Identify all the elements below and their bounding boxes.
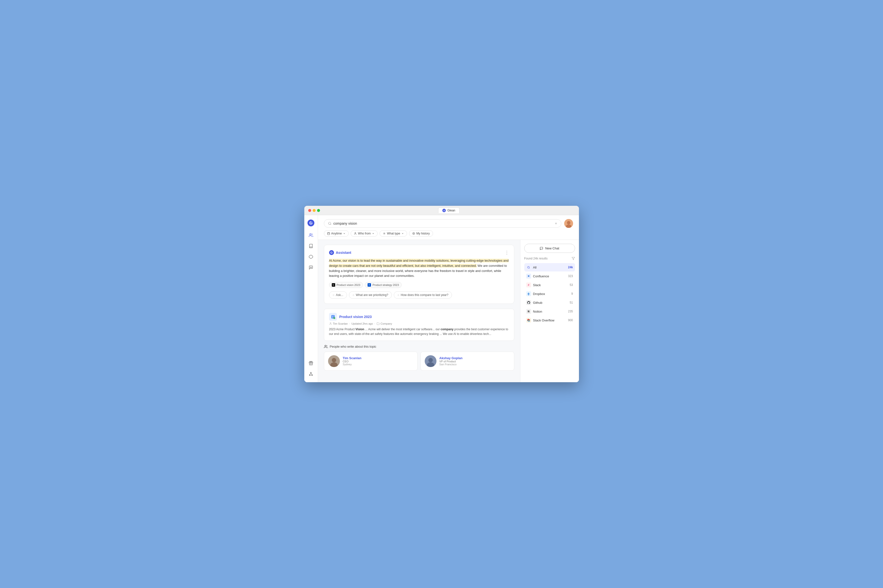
person-role-1: CEO bbox=[343, 360, 361, 363]
facet-dropbox[interactable]: Dropbox 9 bbox=[524, 290, 575, 298]
confluence-icon: ✕ bbox=[367, 283, 371, 286]
svg-point-1 bbox=[310, 234, 311, 235]
facet-slack[interactable]: # Slack 53 bbox=[524, 281, 575, 289]
result-title-row: Product vision 2023 bbox=[329, 313, 509, 321]
maximize-button[interactable] bbox=[317, 209, 320, 212]
search-area: × bbox=[318, 215, 579, 240]
sidebar-item-chat[interactable] bbox=[307, 263, 315, 272]
sidebar-item-network[interactable] bbox=[307, 369, 315, 378]
github-facet-icon bbox=[526, 300, 531, 305]
person-info-1: Tim Scanlan CEO Sydney bbox=[343, 356, 361, 366]
facet-stackoverflow[interactable]: 📚 Stack Overflow 900 bbox=[524, 316, 575, 324]
what-type-filter[interactable]: What type bbox=[380, 230, 407, 237]
facet-github[interactable]: Github 51 bbox=[524, 298, 575, 307]
person-location-2: San Francisco bbox=[439, 363, 463, 366]
close-button[interactable] bbox=[308, 209, 311, 212]
source-pill-1[interactable]: N Product vision 2023 bbox=[329, 282, 363, 288]
result-meta: Tim Scanlan · Updated 2hrs ago · Company bbox=[329, 322, 509, 325]
svg-point-33 bbox=[330, 322, 331, 324]
ask-input-button[interactable]: ○ Ask... bbox=[329, 291, 347, 298]
search-input[interactable] bbox=[334, 222, 553, 225]
app-body: × bbox=[304, 215, 579, 382]
content-split: Assistant ⋮ At Acme, our vision is to le… bbox=[318, 240, 579, 382]
suggestion-2-icon: ○ bbox=[397, 293, 399, 297]
result-doc-icon bbox=[329, 313, 337, 321]
minimize-button[interactable] bbox=[313, 209, 316, 212]
facet-notion-label: Notion bbox=[533, 310, 566, 314]
suggestion-2-button[interactable]: ○ How does this compare to last year? bbox=[394, 291, 452, 298]
facet-all-label: All bbox=[533, 266, 566, 269]
sidebar-item-people[interactable] bbox=[307, 231, 315, 240]
facet-confluence[interactable]: ✕ Confluence 323 bbox=[524, 272, 575, 280]
anytime-label: Anytime bbox=[331, 232, 342, 235]
facet-slack-count: 53 bbox=[570, 283, 573, 286]
search-icon bbox=[328, 222, 331, 225]
filter-icon[interactable] bbox=[572, 257, 575, 260]
person-avatar-1 bbox=[328, 355, 340, 367]
who-from-filter[interactable]: Who from bbox=[350, 230, 378, 237]
svg-point-34 bbox=[325, 345, 326, 346]
tab-title: Glean bbox=[447, 209, 455, 212]
browser-tab[interactable]: G Glean bbox=[438, 207, 459, 213]
anytime-filter[interactable]: Anytime bbox=[324, 230, 349, 237]
right-panel: New Chat Found 24k results bbox=[520, 240, 579, 382]
my-history-label: My history bbox=[417, 232, 430, 235]
avatar[interactable] bbox=[564, 219, 573, 228]
svg-point-8 bbox=[311, 372, 311, 373]
browser-window: G Glean bbox=[304, 206, 579, 382]
new-chat-label: New Chat bbox=[545, 246, 559, 250]
result-author: Tim Scanlan bbox=[333, 322, 348, 325]
facet-stackoverflow-count: 900 bbox=[568, 318, 573, 322]
svg-rect-19 bbox=[327, 232, 329, 235]
assistant-title: Assistant bbox=[336, 250, 351, 255]
suggestion-1-button[interactable]: ○ What are we prioritizing? bbox=[349, 291, 392, 298]
glean-logo-icon bbox=[307, 219, 314, 226]
source-pill-2[interactable]: ✕ Product strategy 2023 bbox=[365, 282, 402, 288]
facet-notion[interactable]: N Notion 235 bbox=[524, 307, 575, 315]
all-search-icon bbox=[526, 265, 531, 270]
assistant-more-button[interactable]: ⋮ bbox=[505, 250, 509, 255]
svg-point-23 bbox=[355, 232, 356, 234]
svg-point-25 bbox=[412, 232, 415, 235]
notion-icon: N bbox=[332, 283, 335, 286]
sidebar bbox=[304, 215, 318, 382]
svg-point-26 bbox=[413, 233, 414, 234]
assistant-icon bbox=[329, 250, 334, 255]
person-card-2[interactable]: Akshay Goplan VP of Product San Francisc… bbox=[421, 352, 514, 370]
ask-icon: ○ bbox=[333, 293, 334, 297]
svg-point-14 bbox=[328, 222, 331, 224]
who-from-label: Who from bbox=[358, 232, 371, 235]
assistant-text: At Acme, our vision is to lead the way i… bbox=[329, 258, 509, 279]
svg-rect-31 bbox=[332, 317, 334, 318]
assistant-label: Assistant bbox=[329, 250, 351, 255]
sidebar-item-library[interactable] bbox=[307, 242, 315, 250]
ask-placeholder: Ask... bbox=[336, 293, 343, 297]
person-card-1[interactable]: Tim Scanlan CEO Sydney bbox=[324, 352, 418, 370]
result-title[interactable]: Product vision 2023 bbox=[339, 315, 372, 319]
facet-github-label: Github bbox=[533, 301, 568, 304]
assistant-card: Assistant ⋮ At Acme, our vision is to le… bbox=[324, 245, 514, 304]
facet-list: All 24k ✕ Confluence 323 # Slack bbox=[524, 263, 575, 324]
facet-confluence-label: Confluence bbox=[533, 274, 566, 278]
search-input-wrapper[interactable]: × bbox=[324, 219, 561, 228]
facet-dropbox-count: 9 bbox=[571, 292, 573, 296]
search-clear-button[interactable]: × bbox=[555, 222, 557, 225]
facet-all[interactable]: All 24k bbox=[524, 263, 575, 272]
ask-row: ○ Ask... ○ What are we prioritizing? ○ H… bbox=[329, 291, 509, 298]
person-location-1: Sydney bbox=[343, 363, 361, 366]
what-type-label: What type bbox=[387, 232, 400, 235]
result-snippet-text: 2023 Acme Product Vision ... Acme will d… bbox=[329, 328, 508, 336]
sidebar-item-gift[interactable] bbox=[307, 358, 315, 368]
suggestion-2-label: How does this compare to last year? bbox=[401, 293, 448, 297]
person-role-2: VP of Product bbox=[439, 360, 463, 363]
facet-slack-label: Slack bbox=[533, 283, 568, 287]
my-history-filter[interactable]: My history bbox=[409, 230, 433, 237]
new-chat-button[interactable]: New Chat bbox=[524, 244, 575, 253]
person-name-1: Tim Scanlan bbox=[343, 356, 361, 360]
search-bar-row: × bbox=[324, 219, 573, 228]
facet-notion-count: 235 bbox=[568, 310, 573, 313]
sidebar-item-org[interactable] bbox=[307, 252, 315, 261]
svg-line-11 bbox=[310, 373, 311, 375]
svg-line-15 bbox=[330, 224, 331, 225]
sidebar-logo[interactable] bbox=[307, 219, 315, 227]
